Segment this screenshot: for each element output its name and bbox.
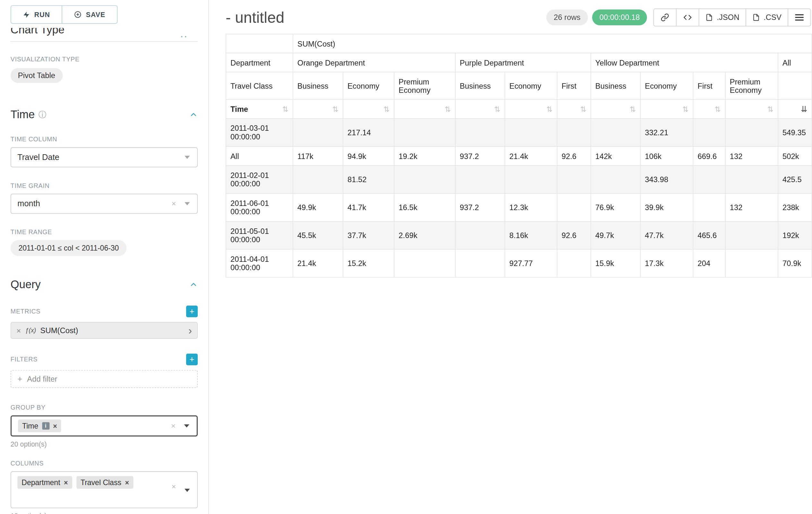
group-by-options-hint: 20 option(s): [10, 440, 198, 448]
chart-panel: - untitled 26 rows 00:00:00.18 .JSON: [209, 0, 812, 514]
group-by-tag[interactable]: Time i ×: [18, 420, 61, 432]
add-filter-label: Add filter: [27, 375, 57, 383]
column-sort-header[interactable]: ⇅: [505, 100, 557, 118]
chevron-up-icon[interactable]: [190, 110, 198, 118]
pivot-cell: 465.6: [693, 221, 725, 249]
pivot-cell: 70.9k: [778, 249, 812, 277]
pivot-cell: 12.3k: [505, 193, 557, 221]
travel-class-header: First: [557, 72, 591, 99]
pivot-cell: [456, 165, 505, 193]
view-query-button[interactable]: [676, 8, 699, 26]
sort-icon[interactable]: ⇅: [630, 105, 636, 113]
chart-header: - untitled 26 rows 00:00:00.18 .JSON: [226, 8, 811, 26]
pivot-cell: 502k: [778, 146, 812, 165]
run-button[interactable]: RUN: [10, 5, 62, 24]
corner-cell: [226, 34, 293, 53]
time-range-pill[interactable]: 2011-01-01 ≤ col < 2011-06-30: [10, 240, 127, 256]
column-sort-header[interactable]: ⇅: [591, 100, 640, 118]
clear-icon[interactable]: ×: [171, 198, 176, 209]
time-column-select[interactable]: Travel Date: [10, 147, 198, 167]
info-icon[interactable]: ⓘ: [38, 110, 47, 119]
info-icon[interactable]: i: [42, 422, 50, 430]
remove-tag-icon[interactable]: ×: [125, 478, 129, 486]
columns-select[interactable]: Department × Travel Class × ×: [10, 471, 198, 508]
column-sort-header[interactable]: ⇅: [557, 100, 591, 118]
remove-tag-icon[interactable]: ×: [64, 478, 68, 486]
sort-icon[interactable]: ⇅: [282, 105, 288, 113]
pivot-cell: [293, 165, 343, 193]
sort-desc-icon[interactable]: ⇊: [801, 104, 808, 114]
pivot-cell: 669.6: [693, 146, 725, 165]
columns-tag[interactable]: Travel Class ×: [77, 476, 133, 489]
clear-icon[interactable]: ×: [171, 421, 176, 431]
sort-icon[interactable]: ⇅: [715, 105, 721, 113]
add-filter-button[interactable]: + Add filter: [10, 370, 198, 388]
metric-name: SUM(Cost): [40, 326, 78, 334]
group-by-select[interactable]: Time i × ×: [10, 415, 198, 437]
time-grain-value: month: [17, 199, 40, 209]
pivot-cell: 21.4k: [505, 146, 557, 165]
remove-metric-icon[interactable]: ×: [17, 326, 21, 335]
pivot-cell: [505, 165, 557, 193]
export-json-button[interactable]: .JSON: [699, 8, 746, 26]
chevron-right-icon[interactable]: ›: [188, 325, 192, 336]
copy-link-button[interactable]: [654, 8, 676, 26]
link-icon: [661, 13, 669, 22]
chart-title[interactable]: - untitled: [226, 9, 284, 26]
table-row: 2011-06-01 00:00:0049.9k41.7k16.5k937.21…: [226, 193, 812, 221]
chevron-up-icon[interactable]: [190, 280, 198, 289]
column-sort-header[interactable]: ⇅: [725, 100, 778, 118]
chart-type-heading: Chart Type: [10, 28, 198, 36]
column-sort-header[interactable]: ⇅: [394, 100, 456, 118]
column-sort-header[interactable]: ⇅: [640, 100, 693, 118]
column-sort-header[interactable]: ⇅: [343, 100, 394, 118]
export-csv-button[interactable]: .CSV: [746, 8, 788, 26]
code-icon: [684, 13, 692, 22]
export-json-label: .JSON: [717, 13, 739, 22]
sort-icon[interactable]: ⇅: [682, 105, 689, 113]
columns-tag[interactable]: Department ×: [17, 476, 72, 489]
sort-icon[interactable]: ⇅: [580, 105, 586, 113]
pivot-cell: 47.7k: [640, 221, 693, 249]
pivot-cell: 132: [725, 193, 778, 221]
caret-down-icon: [184, 489, 190, 492]
add-metric-button[interactable]: +: [186, 305, 198, 317]
column-sort-header[interactable]: ⇅: [693, 100, 725, 118]
pivot-cell: 192k: [778, 221, 812, 249]
chart-type-section: Chart Type ··: [10, 28, 198, 39]
group-by-tag-label: Time: [22, 422, 38, 430]
pivot-cell: [557, 193, 591, 221]
file-icon: [706, 14, 713, 21]
clear-icon[interactable]: ×: [171, 481, 176, 492]
pivot-cell: 49.7k: [591, 221, 640, 249]
sort-icon[interactable]: ⇅: [494, 105, 500, 113]
column-sort-header[interactable]: ⇅: [293, 100, 343, 118]
time-grain-select[interactable]: month ×: [10, 194, 198, 214]
department-header-row: Department Orange DepartmentPurple Depar…: [226, 53, 812, 72]
sort-icon[interactable]: ⇅: [383, 105, 389, 113]
column-sort-header[interactable]: ⇊: [778, 100, 812, 118]
visualization-type-pill[interactable]: Pivot Table: [10, 68, 63, 83]
time-range-label: TIME RANGE: [10, 228, 198, 236]
add-filter-plus-button[interactable]: +: [186, 354, 198, 365]
sort-icon[interactable]: ⇅: [332, 105, 338, 113]
sort-icon[interactable]: ⇅: [444, 105, 451, 113]
time-column-value: Travel Date: [17, 153, 59, 162]
travel-class-header: First: [693, 72, 725, 99]
menu-button[interactable]: [788, 8, 811, 26]
table-row: 2011-03-01 00:00:00217.14332.21549.35: [226, 118, 812, 146]
sort-icon[interactable]: ⇅: [767, 105, 774, 113]
sort-icon[interactable]: ⇅: [546, 105, 552, 113]
metric-pill[interactable]: × ƒ(x) SUM(Cost) ›: [10, 322, 198, 339]
pivot-cell: 17.3k: [640, 249, 693, 277]
pivot-cell: [394, 118, 456, 146]
column-sort-header[interactable]: ⇅: [456, 100, 505, 118]
remove-tag-icon[interactable]: ×: [53, 422, 57, 430]
save-button[interactable]: SAVE: [62, 5, 117, 24]
pivot-cell: [293, 118, 343, 146]
time-sort-header[interactable]: Time ⇅: [226, 100, 293, 118]
run-save-button-group: RUN SAVE: [10, 5, 198, 24]
pivot-cell: 549.35: [778, 118, 812, 146]
function-icon: ƒ(x): [25, 327, 36, 334]
table-row: All117k94.9k19.2k937.221.4k92.6142k106k6…: [226, 146, 812, 165]
